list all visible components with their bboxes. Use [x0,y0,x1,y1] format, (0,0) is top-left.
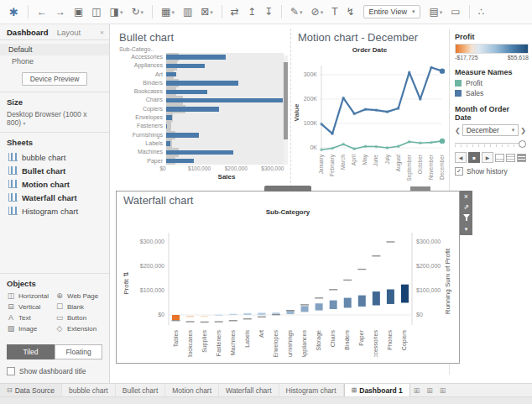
object-item-horizontal[interactable]: ◫Horizontal [7,291,54,300]
object-item-web-page[interactable]: ⊕Web Page [55,291,102,300]
bullet-bar[interactable] [166,124,167,129]
sheet-tab-dashboard-1[interactable]: ⊞Dashboard 1 [344,384,410,396]
data-point[interactable] [440,139,445,144]
bullet-bar[interactable] [166,133,199,138]
sheet-item-waterfall-chart[interactable]: Waterfall chart [7,191,102,204]
waterfall-bar[interactable] [330,301,337,309]
bullet-scrollbar[interactable] [284,55,288,165]
bullet-bar[interactable] [166,115,172,120]
waterfall-bar[interactable] [358,296,366,307]
waterfall-bar[interactable] [344,298,352,308]
sheet-item-bullet-chart[interactable]: Bullet chart [7,164,102,177]
object-item-button[interactable]: ▭Button [55,313,102,322]
waterfall-bar[interactable] [186,316,194,317]
new-worksheet-tab-button[interactable]: ⊞ [410,384,424,396]
new-story-tab-button[interactable]: ⊞ [436,384,450,396]
sheet-tab-data-source[interactable]: ⊟Data Source [0,384,62,396]
show-trails-icon[interactable] [506,154,515,162]
data-point[interactable] [320,148,323,151]
new-dashboard-tab-button[interactable]: ⊞ [423,384,436,396]
waterfall-bar[interactable] [215,315,222,316]
data-point[interactable] [342,143,345,146]
data-point[interactable] [440,68,445,73]
data-point[interactable] [419,141,422,144]
redo-icon[interactable]: → [52,4,69,19]
profit-color-legend[interactable] [455,44,529,54]
previous-month-icon[interactable]: ❮ [455,127,461,134]
floating-button[interactable]: Floating [55,344,102,359]
share-workbook-icon[interactable]: ∴ [475,4,488,19]
slider-handle[interactable] [519,140,526,148]
waterfall-bar[interactable] [301,306,309,312]
use-as-filter-icon[interactable] [463,214,470,223]
sheet-item-histogram-chart[interactable]: Histogram chart [7,204,102,218]
bullet-bar[interactable] [166,81,238,86]
series-line-profit[interactable] [321,141,442,150]
data-point[interactable] [375,145,378,149]
data-point[interactable] [386,146,389,150]
waterfall-bar[interactable] [387,290,394,304]
new-worksheet-icon[interactable]: ▦▾ [158,4,178,19]
clear-sheet-icon[interactable]: ⊠▾ [197,4,216,19]
presentation-mode-icon[interactable]: ▭ [447,4,463,19]
go-to-sheet-icon[interactable]: ⇗ [463,203,469,212]
data-point[interactable] [363,144,367,148]
device-item-phone[interactable]: Phone [0,55,109,67]
measure-legend-item-profit[interactable]: Profit [455,79,526,87]
show-both-icon[interactable] [517,154,526,162]
bullet-bar[interactable] [166,90,207,95]
highlight-icon[interactable]: ✎▾ [287,4,306,19]
data-point[interactable] [430,141,433,144]
show-hide-cards-icon[interactable]: ▤▾ [425,4,446,19]
data-point[interactable] [352,113,356,116]
waterfall-bar[interactable] [316,303,323,310]
close-pane-icon[interactable]: × [100,29,104,36]
duplicate-icon[interactable]: ▥ [180,4,196,19]
object-item-vertical[interactable]: ⊟Vertical [7,302,54,311]
data-point[interactable] [342,97,345,100]
sheet-tab-waterfall-chart[interactable]: Waterfall chart [219,384,279,396]
data-point[interactable] [320,123,323,126]
object-item-text[interactable]: AText [7,313,54,322]
sheet-tab-bubble-chart[interactable]: bubble chart [62,384,116,396]
data-point[interactable] [375,108,378,112]
data-point[interactable] [331,132,334,135]
bullet-bar[interactable] [166,55,226,60]
bullet-bar[interactable] [166,141,170,146]
bullet-bar[interactable] [166,98,283,103]
waterfall-plot[interactable]: $0$0$100,000$100,000$200,000$200,000$300… [117,216,457,357]
fit-selector[interactable]: Entire View▾ [363,5,421,18]
sheet-tab-bullet-chart[interactable]: Bullet chart [116,384,166,396]
sheet-tab-histogram-chart[interactable]: Histogram chart [279,384,344,396]
bullet-chart-zone[interactable]: Bullet chart Sub-Catego.. AccessoriesApp… [112,29,290,192]
waterfall-chart-zone[interactable]: × ⇗ ▾ Waterfall chart Sub-Category $0$0$… [116,191,460,364]
waterfall-bar[interactable] [258,312,265,315]
play-forward-button[interactable]: ▶ [482,152,493,163]
tab-layout[interactable]: Layout [57,28,81,37]
show-dashboard-title-checkbox[interactable] [7,367,15,375]
zone-drag-handle[interactable] [264,186,311,192]
data-point[interactable] [430,66,433,69]
bullet-bar[interactable] [166,159,194,164]
waterfall-bar[interactable] [172,315,180,321]
sort-ascending-icon[interactable]: ↥ [244,4,259,19]
tiled-button[interactable]: Tiled [7,344,55,359]
size-selector[interactable]: Desktop Browser (1000 x 800) ▾ [7,110,102,127]
waterfall-bar[interactable] [229,314,237,315]
sort-descending-icon[interactable]: ↧ [261,4,276,19]
object-item-blank[interactable]: ☐Blank [55,302,102,311]
month-dropdown[interactable]: December ▾ [462,124,519,136]
sheet-tab-motion-chart[interactable]: Motion chart [165,384,219,396]
new-data-source-icon[interactable]: ◫ [88,4,104,19]
waterfall-bar[interactable] [401,285,409,303]
object-item-extension[interactable]: ◇Extension [55,324,102,333]
data-point[interactable] [397,144,400,148]
remove-zone-icon[interactable]: × [464,192,468,201]
measure-legend-item-sales[interactable]: Sales [455,89,526,97]
bullet-scrollbar-thumb[interactable] [284,62,288,139]
pause-auto-updates-icon[interactable]: ◨▾ [107,4,127,19]
month-slider[interactable] [455,139,526,148]
object-item-image[interactable]: ▨Image [7,324,54,333]
tab-dashboard[interactable]: Dashboard [7,28,49,37]
motion-chart-zone[interactable]: Motion chart - December Order Date 0K100… [290,29,448,192]
